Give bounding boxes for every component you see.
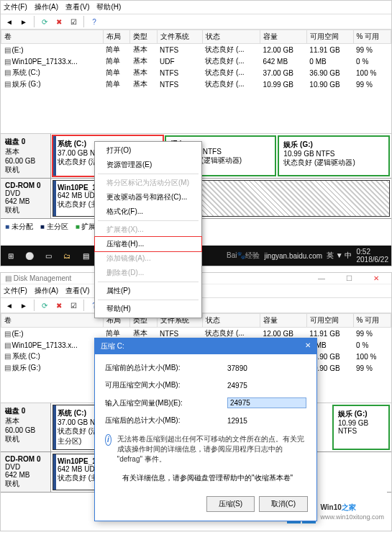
table-row[interactable]: 娱乐 (G:)简单基本NTFS状态良好 (...10.99 GB10.90 GB… — [1, 78, 391, 90]
start-icon[interactable]: ⊞ — [4, 248, 18, 263]
table-row[interactable]: Win10PE_17133.x...简单基本UDF状态良好 (...642 MB… — [1, 55, 391, 67]
col-status[interactable]: 状态 — [202, 30, 260, 44]
fwd-icon[interactable]: ► — [18, 16, 29, 27]
menu-view[interactable]: 查看(V) — [65, 286, 89, 296]
ctx-format[interactable]: 格式化(F)... — [95, 204, 201, 219]
close-button[interactable]: ✕ — [365, 274, 387, 282]
ctx-shrink[interactable]: 压缩卷(H)... — [95, 237, 201, 251]
refresh-icon[interactable]: ⟳ — [39, 300, 50, 311]
app-icon: ▤ — [5, 274, 12, 282]
table-row[interactable]: (E:)简单基本NTFS状态良好 (...12.00 GB11.91 GB99 … — [1, 44, 391, 56]
volume-table: 卷 布局 类型 文件系统 状态 容量 可用空间 % 可用 (E:)简单基本NTF… — [1, 30, 391, 90]
refresh-icon[interactable]: ⟳ — [39, 16, 50, 27]
tray-time[interactable]: 0:522018/6/22 — [357, 248, 389, 264]
tray-ime[interactable]: 英 ▼ 中 — [327, 251, 352, 261]
total-value: 37890 — [227, 364, 306, 372]
col-fs[interactable]: 文件系统 — [157, 30, 202, 44]
disk-0-label: 磁盘 0 基本 60.00 GB 联机 — [1, 403, 51, 451]
explorer-icon[interactable]: 🗂 — [60, 248, 74, 263]
shrink-dialog: 压缩 C: ✕ 压缩前的总计大小(MB):37890 可用压缩空间大小(MB):… — [94, 338, 317, 521]
partition[interactable]: 娱乐 (G:)10.99 GB NTFS状态良好 (逻辑驱动器) — [278, 135, 390, 176]
ctx-help[interactable]: 帮助(H) — [95, 302, 201, 316]
watermark-url: jingyan.baidu.com — [264, 252, 322, 260]
context-menu: 打开(O) 资源管理器(E) 将分区标记为活动分区(M) 更改驱动器号和路径(C… — [94, 141, 202, 318]
dialog-title: 压缩 C: — [101, 341, 124, 351]
back-icon[interactable]: ◄ — [4, 16, 15, 27]
avail-value: 24975 — [227, 382, 306, 390]
help-icon[interactable]: ? — [88, 16, 100, 27]
props-icon[interactable]: ☑ — [68, 300, 79, 311]
watermark-logo: Bai🐾经验 — [227, 251, 260, 261]
menu-file[interactable]: 文件(F) — [4, 2, 27, 12]
taskview-icon[interactable]: ▭ — [41, 248, 55, 263]
minimize-button[interactable]: — — [311, 274, 332, 282]
input-label: 输入压缩空间量(MB)(E): — [105, 398, 227, 408]
delete-icon[interactable]: ✖ — [53, 16, 65, 27]
disk-0-label: 磁盘 0 基本 60.00 GB 联机 — [1, 134, 51, 178]
partition-g[interactable]: 娱乐 (G:) 10.99 GB NTFS — [332, 405, 390, 450]
search-icon[interactable]: ⚪ — [22, 248, 37, 263]
props-icon[interactable]: ☑ — [68, 16, 79, 27]
ctx-mirror: 添加镜像(A)... — [95, 251, 201, 266]
diskmgmt-icon[interactable]: ▤ — [78, 248, 93, 263]
shrink-amount-input[interactable] — [227, 397, 306, 408]
total-label: 压缩前的总计大小(MB): — [105, 363, 227, 373]
window-title: Disk Management — [14, 274, 72, 282]
ctx-extend: 扩展卷(X)... — [95, 222, 201, 237]
fwd-icon[interactable]: ► — [18, 300, 29, 311]
menu-action[interactable]: 操作(A) — [35, 286, 58, 296]
col-free[interactable]: 可用空间 — [306, 30, 353, 44]
toolbar: ◄ ► ⟳ ✖ ☑ ? — [1, 14, 391, 30]
cancel-button[interactable]: 取消(C) — [259, 496, 308, 512]
ctx-mark-active: 将分区标记为活动分区(M) — [95, 176, 201, 190]
menu-view[interactable]: 查看(V) — [65, 2, 89, 12]
avail-label: 可用压缩空间大小(MB): — [105, 380, 227, 390]
ctx-explorer[interactable]: 资源管理器(E) — [95, 158, 201, 172]
maximize-button[interactable]: ☐ — [338, 274, 360, 282]
after-label: 压缩后的总计大小(MB): — [105, 415, 227, 426]
menu-file[interactable]: 文件(F) — [4, 286, 27, 296]
shrink-button[interactable]: 压缩(S) — [206, 496, 255, 512]
col-cap[interactable]: 容量 — [260, 30, 307, 44]
info-text-1: 无法将卷压缩到超出任何不可移动的文件所在的点。有关完成该操作时间的详细信息，请参… — [117, 434, 306, 464]
ctx-delete: 删除卷(D)... — [95, 266, 201, 280]
col-pct[interactable]: % 可用 — [353, 30, 391, 44]
ctx-props[interactable]: 属性(P) — [95, 284, 201, 298]
cdrom-label: CD-ROM 0 DVD 642 MB 联机 — [1, 452, 51, 492]
col-type[interactable]: 类型 — [130, 30, 157, 44]
after-value: 12915 — [227, 417, 306, 425]
col-vol[interactable]: 卷 — [1, 30, 104, 44]
info-text-2: 有关详细信息，请参阅磁盘管理帮助中的"收缩基本卷" — [122, 473, 306, 483]
table-row[interactable]: 系统 (C:)简单基本NTFS状态良好 (...37.00 GB36.90 GB… — [1, 67, 391, 78]
menu-help[interactable]: 帮助(H) — [96, 2, 121, 12]
delete-icon[interactable]: ✖ — [53, 300, 65, 311]
cdrom-label: CD-ROM 0 DVD 642 MB 联机 — [1, 179, 51, 218]
col-layout[interactable]: 布局 — [103, 30, 129, 44]
ctx-change-letter[interactable]: 更改驱动器号和路径(C)... — [95, 190, 201, 204]
dialog-close[interactable]: ✕ — [305, 341, 311, 351]
back-icon[interactable]: ◄ — [4, 300, 15, 311]
ctx-open[interactable]: 打开(O) — [95, 143, 201, 158]
menu-action[interactable]: 操作(A) — [35, 2, 58, 12]
info-icon: i — [105, 434, 111, 446]
